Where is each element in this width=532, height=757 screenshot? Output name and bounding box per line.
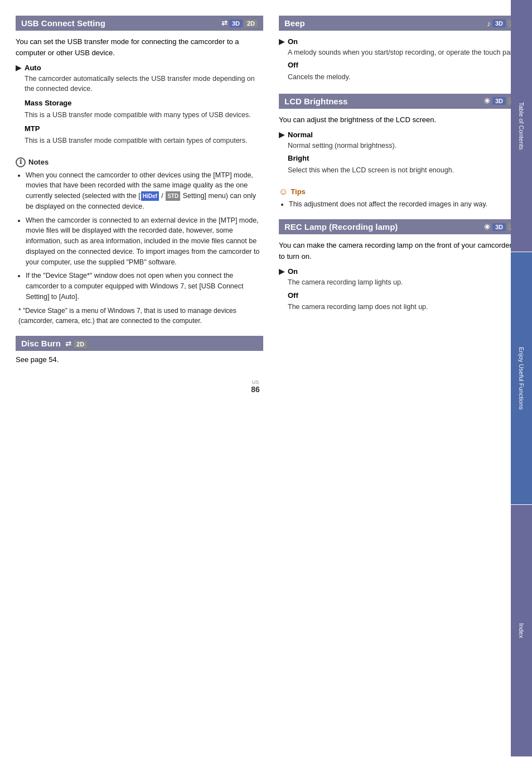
- rec-lamp-3d-badge: 3D: [492, 223, 506, 231]
- normal-arrow-icon: ▶: [279, 129, 284, 141]
- normal-label: Normal: [288, 129, 313, 141]
- beep-header: Beep ♪ 3D 2D: [279, 16, 526, 31]
- note-item-3: If the "Device Stage*" window does not o…: [26, 271, 263, 302]
- beep-on-desc: A melody sounds when you start/stop reco…: [288, 47, 526, 58]
- beep-3d-badge: 3D: [492, 20, 506, 27]
- lcd-tips: ☺ Tips This adjustment does not affect t…: [279, 187, 526, 210]
- tips-list: This adjustment does not affect the reco…: [279, 199, 526, 210]
- usb-sub-mass-storage: Mass Storage This is a USB transfer mode…: [25, 98, 263, 120]
- usb-connect-header: USB Connect Setting ⇄ 3D 2D: [16, 16, 263, 31]
- rec-lamp-title: REC Lamp (Recording lamp): [284, 222, 398, 232]
- lcd-option-bright: Bright Select this when the LCD screen i…: [288, 153, 526, 175]
- rec-lamp-section: REC Lamp (Recording lamp) ☀ 3D 2D You ca…: [279, 219, 526, 312]
- disc-burn-body: See page 54.: [16, 355, 263, 364]
- usb-3d-badge: 3D: [229, 20, 243, 27]
- beep-option-off: Off Cancels the melody.: [288, 60, 526, 82]
- beep-on-label: On: [288, 36, 298, 47]
- tips-label: Tips: [291, 187, 306, 196]
- disc-burn-transfer-icon: ⇄: [65, 340, 71, 348]
- rec-lamp-option-on: ▶ On The camera recording lamp lights up…: [279, 266, 526, 287]
- lcd-brightness-header: LCD Brightness ☀ 3D 2D: [279, 94, 526, 109]
- footnote: * "Device Stage" is a menu of Windows 7,…: [16, 306, 263, 326]
- note-item-2: When the camcorder is connected to an ex…: [26, 215, 263, 268]
- lcd-brightness-body: You can adjust the brightness of the LCD…: [279, 114, 526, 176]
- mass-storage-title: Mass Storage: [25, 98, 263, 109]
- normal-desc: Normal setting (normal brightness).: [288, 141, 526, 151]
- usb-connect-section: USB Connect Setting ⇄ 3D 2D You can set …: [16, 16, 263, 326]
- disc-burn-header: Disc Burn ⇄ 2D: [16, 336, 263, 351]
- rec-off-title: Off: [288, 290, 526, 301]
- notes-icon: ℹ: [16, 157, 26, 167]
- usb-connect-title: USB Connect Setting: [21, 18, 105, 28]
- beep-option-on: ▶ On A melody sounds when you start/stop…: [279, 36, 526, 57]
- rec-on-arrow-icon: ▶: [279, 266, 284, 277]
- usb-sub-mtp: MTP This is a USB transfer mode compatib…: [25, 123, 263, 146]
- side-tabs: Table of Contents Enjoy Useful Functions…: [511, 0, 532, 757]
- tab-enjoy-useful-functions[interactable]: Enjoy Useful Functions: [511, 252, 532, 504]
- disc-burn-title: Disc Burn: [21, 339, 61, 348]
- lcd-brightness-intro: You can adjust the brightness of the LCD…: [279, 114, 526, 126]
- lcd-sun-icon: ☀: [483, 97, 491, 105]
- std-badge: STD: [166, 191, 180, 201]
- rec-on-desc: The camera recording lamp lights up.: [288, 277, 526, 288]
- beep-off-desc: Cancels the melody.: [288, 72, 526, 83]
- us-label: US: [16, 379, 495, 385]
- usb-notes: ℹ Notes When you connect the camcorder t…: [16, 157, 263, 326]
- auto-arrow-icon: ▶: [16, 62, 21, 74]
- beep-title: Beep: [284, 18, 305, 28]
- mtp-title: MTP: [25, 123, 263, 134]
- notes-list: When you connect the camcorder to other …: [16, 170, 263, 302]
- page-number: 86: [251, 385, 260, 394]
- tab-index[interactable]: Index: [511, 505, 532, 757]
- bright-desc: Select this when the LCD screen is not b…: [288, 165, 526, 176]
- disc-burn-2d-badge: 2D: [74, 340, 87, 348]
- notes-label: Notes: [28, 158, 49, 166]
- mass-storage-desc: This is a USB transfer mode compatible w…: [25, 110, 263, 120]
- disc-burn-section: Disc Burn ⇄ 2D See page 54.: [16, 336, 263, 364]
- mtp-desc: This is a USB transfer mode compatible w…: [25, 136, 263, 146]
- rec-lamp-body: You can make the camera recording lamp o…: [279, 240, 526, 312]
- rec-lamp-option-off: Off The camera recording lamp does not l…: [288, 290, 526, 312]
- rec-lamp-header: REC Lamp (Recording lamp) ☀ 3D 2D: [279, 219, 526, 234]
- bright-title: Bright: [288, 153, 526, 164]
- rec-off-desc: The camera recording lamp does not light…: [288, 302, 526, 312]
- usb-option-auto: ▶ Auto The camcorder automatically selec…: [16, 62, 263, 94]
- usb-2d-badge: 2D: [244, 20, 258, 27]
- lcd-option-normal: ▶ Normal Normal setting (normal brightne…: [279, 129, 526, 151]
- tip-item-1: This adjustment does not affect the reco…: [289, 199, 526, 210]
- rec-on-label: On: [288, 266, 298, 277]
- usb-connect-body: You can set the USB transfer mode for co…: [16, 36, 263, 146]
- beep-body: ▶ On A melody sounds when you start/stop…: [279, 36, 526, 83]
- usb-connect-intro: You can set the USB transfer mode for co…: [16, 36, 263, 58]
- usb-transfer-icon: ⇄: [221, 19, 228, 27]
- auto-label: Auto: [25, 62, 41, 74]
- beep-section: Beep ♪ 3D 2D ▶ On A m: [279, 16, 526, 83]
- lcd-brightness-section: LCD Brightness ☀ 3D 2D You can adjust th…: [279, 94, 526, 210]
- rec-lamp-intro: You can make the camera recording lamp o…: [279, 240, 526, 262]
- beep-music-icon: ♪: [487, 19, 491, 28]
- lcd-brightness-title: LCD Brightness: [284, 97, 347, 106]
- page-footer: US 86: [16, 374, 495, 405]
- beep-on-arrow-icon: ▶: [279, 36, 284, 47]
- hidef-badge: HiDef: [141, 191, 159, 201]
- rec-lamp-sun-icon: ☀: [483, 223, 491, 232]
- lcd-3d-badge: 3D: [492, 97, 506, 105]
- note-item-1: When you connect the camcorder to other …: [26, 170, 263, 212]
- tips-icon: ☺: [279, 187, 288, 197]
- tab-table-of-contents[interactable]: Table of Contents: [511, 0, 532, 252]
- auto-desc: The camcorder automatically selects the …: [25, 74, 263, 95]
- beep-off-title: Off: [288, 60, 526, 71]
